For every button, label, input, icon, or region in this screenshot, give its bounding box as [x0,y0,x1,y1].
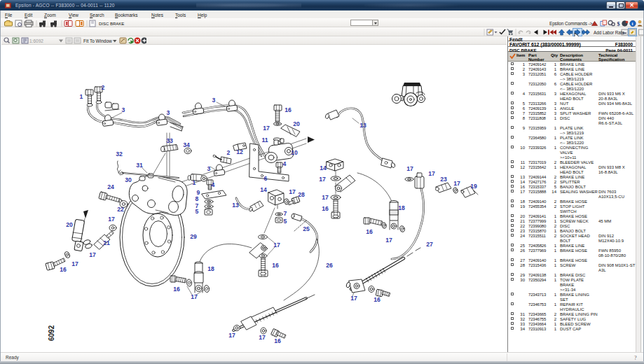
svg-text:17: 17 [89,251,96,258]
svg-text:20: 20 [66,221,73,228]
svg-text:34: 34 [183,141,190,148]
svg-text:5: 5 [196,208,199,215]
svg-text:14: 14 [260,186,267,193]
svg-text:17: 17 [228,332,235,339]
svg-text:13: 13 [359,122,366,129]
svg-text:31: 31 [136,162,143,169]
svg-text:6092: 6092 [48,325,55,341]
svg-text:11: 11 [261,136,268,144]
svg-text:17: 17 [108,216,115,223]
svg-text:17: 17 [289,188,296,195]
svg-text:4: 4 [212,181,215,188]
svg-text:$: $ [617,21,620,27]
svg-text:?: ? [634,355,637,360]
svg-text:12: 12 [236,148,243,155]
svg-text:16: 16 [173,286,180,293]
svg-text:17: 17 [263,125,270,132]
svg-text:5: 5 [284,218,287,225]
svg-text:22: 22 [117,206,124,213]
svg-text:16: 16 [274,337,281,344]
svg-text:2: 2 [102,84,105,91]
svg-text:32: 32 [116,150,123,158]
svg-text:33: 33 [166,137,173,144]
svg-text:17: 17 [350,295,357,302]
svg-text:16: 16 [285,106,292,113]
svg-text:19: 19 [470,183,477,190]
svg-text:3: 3 [207,165,211,172]
svg-text:17: 17 [385,237,392,244]
svg-text:8: 8 [196,195,199,202]
svg-text:17: 17 [319,176,326,183]
svg-text:27: 27 [426,241,433,248]
svg-text:21: 21 [103,239,110,246]
svg-text:DISC BRAKE: DISC BRAKE [99,22,124,26]
svg-text:25: 25 [303,225,310,232]
svg-text:18: 18 [207,265,214,272]
svg-text:3: 3 [212,97,216,104]
svg-text:23: 23 [440,176,447,183]
svg-text:Fit To Window: Fit To Window [83,38,112,43]
svg-text:1:6092: 1:6092 [29,38,43,43]
svg-text:18: 18 [398,204,405,211]
svg-text:16: 16 [60,266,67,273]
svg-text:24: 24 [107,183,114,190]
svg-text:14: 14 [320,164,327,172]
svg-text:7: 7 [284,210,287,217]
svg-text:17: 17 [428,170,435,177]
svg-text:28: 28 [298,191,305,198]
svg-text:4: 4 [283,160,287,167]
svg-text:13: 13 [232,202,239,209]
svg-text:1: 1 [193,179,196,186]
svg-text:29: 29 [190,233,197,240]
svg-text:17: 17 [71,260,78,267]
svg-text:20: 20 [293,120,300,127]
svg-text:17: 17 [322,194,329,201]
svg-text:16: 16 [366,228,373,235]
svg-text:16: 16 [272,262,279,269]
svg-text:17: 17 [406,165,413,172]
svg-text:17: 17 [191,293,198,300]
svg-text:16: 16 [322,205,329,212]
svg-text:16: 16 [374,296,381,303]
svg-text:17: 17 [259,334,266,341]
svg-text:17: 17 [273,241,280,248]
svg-text:i: i [632,21,633,27]
svg-text:10: 10 [291,149,298,156]
svg-text:3: 3 [122,106,125,113]
svg-text:6: 6 [264,175,268,182]
svg-text:1: 1 [80,93,83,100]
svg-text:17: 17 [453,180,460,187]
svg-text:30: 30 [125,176,132,183]
svg-text:2: 2 [227,149,231,156]
svg-text:26: 26 [326,262,333,269]
svg-text:3: 3 [167,109,170,116]
